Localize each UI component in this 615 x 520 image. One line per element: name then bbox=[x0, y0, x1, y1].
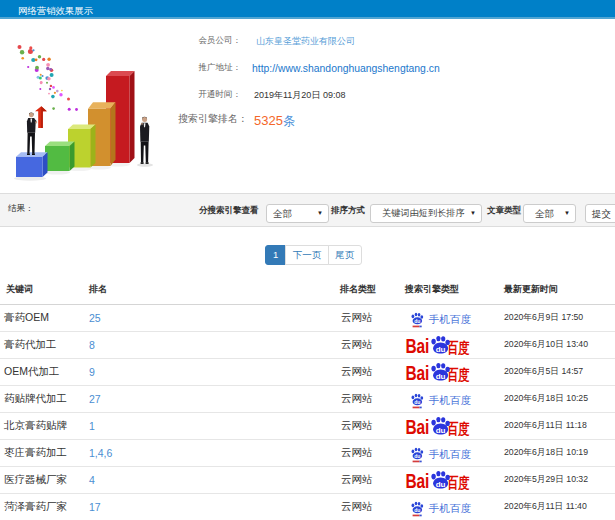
svg-text:du: du bbox=[436, 425, 446, 434]
svg-text:手机百度: 手机百度 bbox=[429, 502, 472, 514]
svg-text:手机百度: 手机百度 bbox=[429, 448, 472, 460]
svg-text:du: du bbox=[414, 317, 420, 323]
svg-text:百度: 百度 bbox=[446, 366, 470, 382]
svg-text:du: du bbox=[414, 398, 420, 404]
svg-text:Bai: Bai bbox=[406, 362, 430, 382]
svg-text:百度: 百度 bbox=[446, 339, 470, 355]
svg-text:Bai: Bai bbox=[406, 416, 430, 436]
svg-text:du: du bbox=[436, 371, 446, 380]
svg-text:du: du bbox=[414, 452, 420, 458]
svg-text:Bai: Bai bbox=[406, 470, 430, 490]
svg-text:Bai: Bai bbox=[406, 335, 430, 355]
svg-text:du: du bbox=[414, 506, 420, 512]
svg-text:du: du bbox=[436, 344, 446, 353]
svg-text:百度: 百度 bbox=[446, 420, 470, 436]
svg-text:du: du bbox=[436, 479, 446, 488]
svg-text:百度: 百度 bbox=[446, 474, 470, 490]
svg-text:手机百度: 手机百度 bbox=[429, 394, 472, 406]
svg-text:手机百度: 手机百度 bbox=[429, 313, 472, 325]
